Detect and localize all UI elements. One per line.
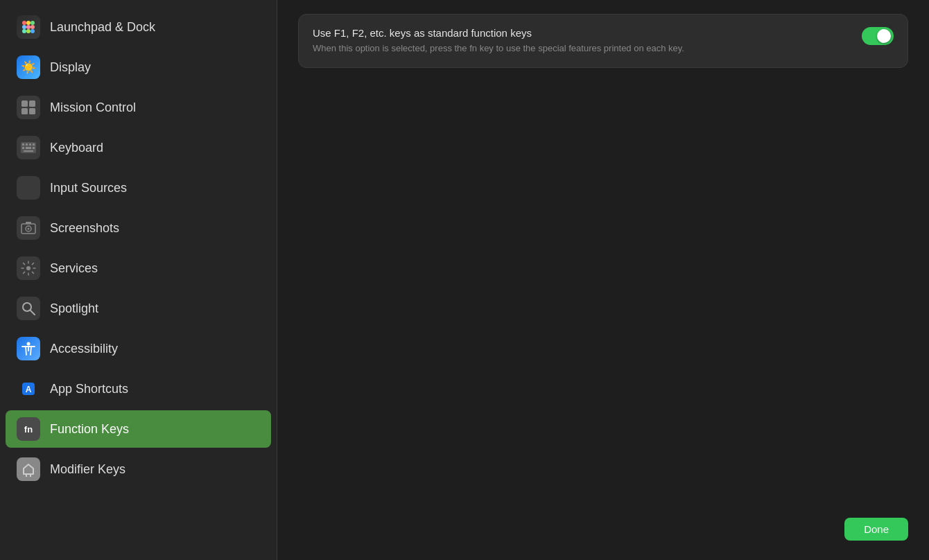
svg-point-0 — [22, 21, 26, 25]
function-keys-icon: fn — [17, 417, 40, 441]
sidebar-item-services[interactable]: Services — [6, 250, 271, 287]
main-content: Use F1, F2, etc. keys as standard functi… — [277, 0, 929, 560]
input-sources-label: Input Sources — [50, 181, 127, 195]
spotlight-label: Spotlight — [50, 301, 98, 316]
svg-point-26 — [26, 266, 31, 270]
input-sources-icon — [17, 176, 40, 200]
sidebar-item-display[interactable]: ☀️Display — [6, 49, 271, 86]
svg-point-7 — [26, 29, 31, 33]
launchpad-label: Launchpad & Dock — [50, 20, 155, 35]
svg-text:A: A — [26, 385, 32, 394]
option-title: Use F1, F2, etc. keys as standard functi… — [313, 27, 851, 39]
screenshots-icon — [17, 216, 40, 240]
svg-rect-15 — [26, 143, 28, 146]
screenshots-label: Screenshots — [50, 221, 119, 236]
svg-rect-17 — [33, 143, 35, 146]
launchpad-icon — [17, 15, 40, 39]
svg-line-28 — [31, 310, 35, 315]
svg-rect-9 — [21, 100, 28, 107]
accessibility-label: Accessibility — [50, 342, 118, 356]
sidebar-item-accessibility[interactable]: Accessibility — [6, 330, 271, 367]
toggle-thumb — [877, 29, 891, 43]
svg-rect-14 — [22, 143, 24, 146]
accessibility-icon — [17, 337, 40, 360]
app-shortcuts-label: App Shortcuts — [50, 382, 128, 396]
svg-point-27 — [23, 303, 31, 311]
mission-control-label: Mission Control — [50, 100, 136, 115]
svg-rect-10 — [29, 100, 35, 107]
option-description: When this option is selected, press the … — [313, 42, 851, 55]
svg-rect-18 — [22, 147, 24, 149]
keyboard-icon — [17, 136, 40, 159]
toggle-track — [862, 27, 894, 45]
svg-point-2 — [31, 21, 35, 25]
svg-point-29 — [27, 342, 31, 346]
done-button[interactable]: Done — [844, 518, 908, 541]
sidebar-item-screenshots[interactable]: Screenshots — [6, 209, 271, 247]
display-icon: ☀️ — [17, 55, 40, 79]
spotlight-icon — [17, 297, 40, 320]
option-card: Use F1, F2, etc. keys as standard functi… — [298, 14, 908, 68]
svg-rect-12 — [29, 108, 35, 114]
footer: Done — [298, 507, 908, 546]
content-area: Use F1, F2, etc. keys as standard functi… — [298, 14, 908, 507]
svg-rect-11 — [21, 108, 28, 114]
svg-point-6 — [22, 29, 26, 33]
app-shortcuts-icon: A — [17, 377, 40, 401]
sidebar-item-spotlight[interactable]: Spotlight — [6, 290, 271, 327]
function-keys-label: Function Keys — [50, 422, 129, 437]
svg-rect-19 — [26, 147, 31, 149]
svg-point-5 — [31, 25, 35, 29]
svg-rect-20 — [33, 147, 35, 149]
sidebar-item-keyboard[interactable]: Keyboard — [6, 129, 271, 166]
modifier-keys-icon — [17, 457, 40, 481]
svg-rect-25 — [26, 222, 31, 224]
svg-point-3 — [22, 25, 26, 29]
option-text: Use F1, F2, etc. keys as standard functi… — [313, 27, 851, 55]
svg-rect-16 — [29, 143, 31, 146]
keyboard-label: Keyboard — [50, 141, 103, 155]
svg-point-1 — [26, 21, 31, 25]
services-icon — [17, 256, 40, 280]
svg-point-8 — [31, 29, 35, 33]
function-keys-toggle[interactable] — [862, 27, 894, 45]
svg-rect-21 — [24, 150, 33, 152]
sidebar-item-mission-control[interactable]: Mission Control — [6, 89, 271, 126]
sidebar: Launchpad & Dock☀️Display Mission Contro… — [0, 0, 277, 560]
sidebar-item-modifier-keys[interactable]: Modifier Keys — [6, 450, 271, 488]
services-label: Services — [50, 261, 98, 276]
modifier-keys-label: Modifier Keys — [50, 462, 125, 477]
sidebar-item-function-keys[interactable]: fnFunction Keys — [6, 410, 271, 448]
sidebar-item-app-shortcuts[interactable]: A App Shortcuts — [6, 370, 271, 408]
svg-point-24 — [28, 228, 30, 230]
display-label: Display — [50, 60, 91, 75]
svg-point-4 — [26, 25, 31, 29]
sidebar-item-input-sources[interactable]: Input Sources — [6, 169, 271, 207]
sidebar-item-launchpad[interactable]: Launchpad & Dock — [6, 8, 271, 46]
mission-control-icon — [17, 96, 40, 119]
